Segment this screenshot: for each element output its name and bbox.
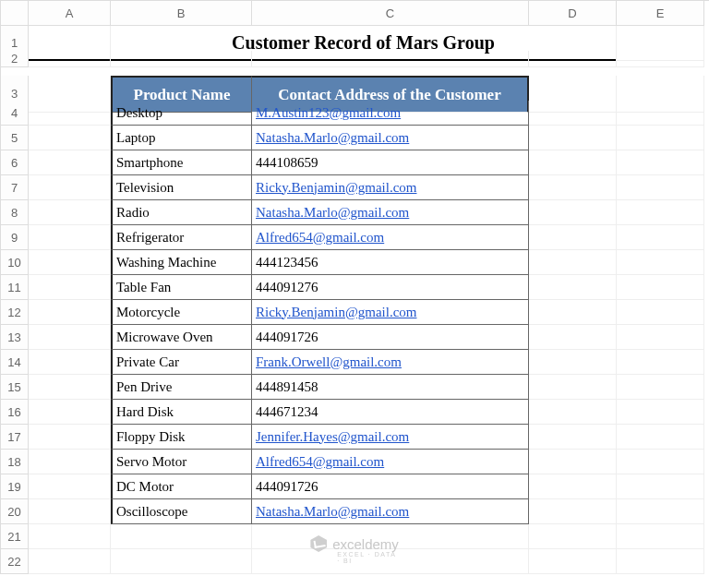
row-header-17[interactable]: 17 xyxy=(1,425,29,450)
product-cell[interactable]: Table Fan xyxy=(111,275,252,300)
cell-E4[interactable] xyxy=(617,101,704,126)
cell-E16[interactable] xyxy=(617,400,704,425)
row-header-8[interactable]: 8 xyxy=(1,200,29,225)
cell-A21[interactable] xyxy=(29,524,111,549)
cell-A14[interactable] xyxy=(29,350,111,375)
col-header-E[interactable]: E xyxy=(617,1,704,26)
cell-D18[interactable] xyxy=(529,450,617,474)
cell-E7[interactable] xyxy=(617,175,704,200)
cell-B22[interactable] xyxy=(111,549,252,574)
email-link[interactable]: M.Austin123@gmail.com xyxy=(256,105,401,121)
cell-E17[interactable] xyxy=(617,425,704,450)
select-all-corner[interactable] xyxy=(1,1,29,26)
cell-E21[interactable] xyxy=(617,524,704,549)
cell-D4[interactable] xyxy=(529,101,617,126)
email-link[interactable]: Natasha.Marlo@gmail.com xyxy=(256,205,409,221)
product-cell[interactable]: Hard Disk xyxy=(111,400,252,425)
row-header-21[interactable]: 21 xyxy=(1,524,29,549)
email-link[interactable]: Alfred654@gmail.com xyxy=(256,454,384,470)
cell-E8[interactable] xyxy=(617,200,704,225)
cell-C21[interactable] xyxy=(252,524,529,549)
row-header-12[interactable]: 12 xyxy=(1,300,29,325)
contact-cell[interactable]: Alfred654@gmail.com xyxy=(252,225,529,250)
contact-cell[interactable]: M.Austin123@gmail.com xyxy=(252,101,529,126)
row-header-2[interactable]: 2 xyxy=(1,51,29,67)
row-header-19[interactable]: 19 xyxy=(1,474,29,499)
cell-A5[interactable] xyxy=(29,126,111,150)
product-cell[interactable]: Microwave Oven xyxy=(111,325,252,350)
contact-cell[interactable]: Natasha.Marlo@gmail.com xyxy=(252,499,529,524)
product-cell[interactable]: Television xyxy=(111,175,252,200)
cell-E5[interactable] xyxy=(617,126,704,150)
cell-A19[interactable] xyxy=(29,474,111,499)
cell-A2[interactable] xyxy=(29,51,111,67)
col-header-A[interactable]: A xyxy=(29,1,111,26)
cell-A18[interactable] xyxy=(29,450,111,474)
email-link[interactable]: Natasha.Marlo@gmail.com xyxy=(256,130,409,146)
contact-cell[interactable]: 444108659 xyxy=(252,150,529,175)
product-cell[interactable]: Oscilloscope xyxy=(111,499,252,524)
cell-D13[interactable] xyxy=(529,325,617,350)
cell-C2[interactable] xyxy=(252,51,529,67)
product-cell[interactable]: Floppy Disk xyxy=(111,425,252,450)
row-header-18[interactable]: 18 xyxy=(1,450,29,474)
cell-A9[interactable] xyxy=(29,225,111,250)
cell-E6[interactable] xyxy=(617,150,704,175)
row-header-11[interactable]: 11 xyxy=(1,275,29,300)
cell-E12[interactable] xyxy=(617,300,704,325)
contact-cell[interactable]: 444091726 xyxy=(252,474,529,499)
row-header-6[interactable]: 6 xyxy=(1,150,29,175)
col-header-C[interactable]: C xyxy=(252,1,529,26)
product-cell[interactable]: Private Car xyxy=(111,350,252,375)
contact-cell[interactable]: 444091726 xyxy=(252,325,529,350)
cell-D22[interactable] xyxy=(529,549,617,574)
row-header-15[interactable]: 15 xyxy=(1,375,29,400)
contact-cell[interactable]: 444671234 xyxy=(252,400,529,425)
cell-A16[interactable] xyxy=(29,400,111,425)
cell-A7[interactable] xyxy=(29,175,111,200)
product-cell[interactable]: Refrigerator xyxy=(111,225,252,250)
contact-cell[interactable]: Alfred654@gmail.com xyxy=(252,450,529,474)
contact-cell[interactable]: Jennifer.Hayes@gmail.com xyxy=(252,425,529,450)
cell-D7[interactable] xyxy=(529,175,617,200)
contact-cell[interactable]: Natasha.Marlo@gmail.com xyxy=(252,126,529,150)
cell-E20[interactable] xyxy=(617,499,704,524)
cell-E9[interactable] xyxy=(617,225,704,250)
contact-cell[interactable]: Frank.Orwell@gmail.com xyxy=(252,350,529,375)
cell-A12[interactable] xyxy=(29,300,111,325)
cell-D12[interactable] xyxy=(529,300,617,325)
cell-E19[interactable] xyxy=(617,474,704,499)
product-cell[interactable]: Desktop xyxy=(111,101,252,126)
cell-C22[interactable] xyxy=(252,549,529,574)
col-header-B[interactable]: B xyxy=(111,1,252,26)
cell-B21[interactable] xyxy=(111,524,252,549)
email-link[interactable]: Ricky.Benjamin@gmail.com xyxy=(256,305,416,320)
row-header-7[interactable]: 7 xyxy=(1,175,29,200)
email-link[interactable]: Frank.Orwell@gmail.com xyxy=(256,354,402,370)
cell-A8[interactable] xyxy=(29,200,111,225)
email-link[interactable]: Natasha.Marlo@gmail.com xyxy=(256,504,409,520)
contact-cell[interactable]: Natasha.Marlo@gmail.com xyxy=(252,200,529,225)
cell-D19[interactable] xyxy=(529,474,617,499)
cell-E13[interactable] xyxy=(617,325,704,350)
cell-A20[interactable] xyxy=(29,499,111,524)
cell-D20[interactable] xyxy=(529,499,617,524)
row-header-16[interactable]: 16 xyxy=(1,400,29,425)
cell-D2[interactable] xyxy=(529,51,617,67)
contact-cell[interactable]: Ricky.Benjamin@gmail.com xyxy=(252,175,529,200)
cell-D16[interactable] xyxy=(529,400,617,425)
cell-A17[interactable] xyxy=(29,425,111,450)
col-header-D[interactable]: D xyxy=(529,1,617,26)
product-cell[interactable]: Servo Motor xyxy=(111,450,252,474)
cell-E22[interactable] xyxy=(617,549,704,574)
product-cell[interactable]: Pen Drive xyxy=(111,375,252,400)
cell-A10[interactable] xyxy=(29,250,111,275)
row-header-9[interactable]: 9 xyxy=(1,225,29,250)
product-cell[interactable]: Smartphone xyxy=(111,150,252,175)
cell-D14[interactable] xyxy=(529,350,617,375)
email-link[interactable]: Ricky.Benjamin@gmail.com xyxy=(256,180,416,196)
cell-E2[interactable] xyxy=(617,51,704,67)
cell-D15[interactable] xyxy=(529,375,617,400)
cell-A22[interactable] xyxy=(29,549,111,574)
row-header-20[interactable]: 20 xyxy=(1,499,29,524)
